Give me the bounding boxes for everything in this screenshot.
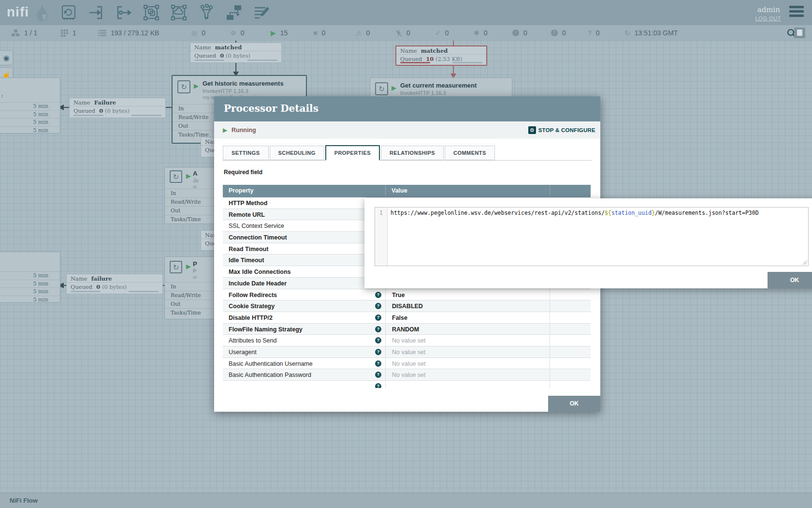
property-name-cell: Idle Timeout ? [223,254,385,266]
editor-line-number-gutter: 1 [375,208,388,266]
editor-code-line[interactable]: https://www.pegelonline.wsv.de/webservic… [388,208,808,266]
queued-status: 193 / 279.12 KB [98,25,159,41]
property-name-cell: Cookie Strategy ? [223,300,385,312]
connection-label-failure-top[interactable]: NameFailure Queued0 (0 bytes) [69,98,166,118]
property-name-cell: Disable HTTP/2 ? [223,312,385,323]
template-toolbar-icon[interactable] [225,4,243,21]
property-name: Basic Authentication Password [229,372,311,378]
refresh-icon[interactable]: ↻ [624,30,630,36]
label-toolbar-icon[interactable] [253,4,270,21]
refresh-status[interactable]: ↻ 13:51:03 GMT [624,25,678,41]
remote-process-group-toolbar-icon[interactable] [170,4,188,21]
transmitting-count: 0 [202,29,205,37]
property-help-icon[interactable]: ? [375,383,381,388]
property-row[interactable]: Attributes to Send ? No value set [223,335,591,346]
active-threads-icon [61,30,68,37]
global-menu-icon[interactable] [789,6,804,19]
property-value-cell[interactable] [385,381,550,388]
editor-code-segment: } [652,209,655,216]
funnel-toolbar-icon[interactable] [198,4,215,21]
value-editor-popup: 1 https://www.pegelonline.wsv.de/webserv… [364,198,812,288]
nifi-application: nifi [0,0,812,508]
value-editor-textarea[interactable]: 1 https://www.pegelonline.wsv.de/webserv… [375,207,809,266]
threads-status: 1 [61,25,76,41]
property-help-icon[interactable]: ? [375,360,381,367]
property-help-icon[interactable]: ? [375,326,381,332]
processor-stat-value: 5 min [0,118,60,126]
breadcrumb-root[interactable]: NiFi Flow [10,497,38,504]
property-help-icon[interactable]: ? [375,314,381,321]
dialog-tabs: SETTINGSSCHEDULINGPROPERTIESRELATIONSHIP… [223,145,592,161]
processor-offscreen-top[interactable]: r 5 min5 min5 min5 min [0,77,60,134]
queue-percent-bar [73,115,103,116]
dialog-tab[interactable]: COMMENTS [445,146,495,160]
output-port-toolbar-icon[interactable] [115,4,132,21]
property-row[interactable]: Useragent ? No value set [223,346,591,358]
property-value: No value set [392,360,425,367]
running-status-icon: ▶ [223,127,227,134]
property-row[interactable]: ? [223,381,591,388]
dialog-tab[interactable]: SCHEDULING [270,146,324,160]
property-value-cell[interactable]: No value set [385,346,550,358]
property-value-cell[interactable]: False [385,312,550,323]
property-value-cell[interactable]: No value set [385,369,550,380]
input-port-toolbar-icon[interactable] [87,4,105,21]
property-value-cell[interactable]: DISABLED [385,300,550,312]
property-row[interactable]: Basic Authentication Password ? No value… [223,369,591,381]
stop-and-configure-button[interactable]: ⚙ STOP & CONFIGURE [528,126,595,134]
dialog-tab[interactable]: SETTINGS [223,146,269,160]
property-help-icon[interactable]: ? [375,372,381,378]
processor-type-fragment: Jo [193,178,199,183]
connection-label-failure-bottom[interactable]: Namefailure Queued0 (0 bytes) [66,274,163,294]
property-row[interactable]: Disable HTTP/2 ? False [223,312,591,324]
property-name: Basic Authentication Username [229,360,313,367]
queued-list-icon [98,30,106,36]
connected-nodes-count: 1 / 1 [24,29,37,37]
stale-count: 0 [523,29,527,37]
connection-queued-count: 0 [96,284,100,290]
property-help-icon[interactable]: ? [375,303,381,309]
dialog-tab[interactable]: PROPERTIES [325,145,380,161]
processor-offscreen-bottom[interactable]: 5 min5 min5 min5 min [0,252,60,303]
processor-toolbar-icon[interactable] [60,4,77,21]
property-extra-cell [550,369,591,380]
property-value-cell[interactable]: No value set [385,358,550,369]
navigate-compass-icon: ◉ [3,54,9,62]
logout-link[interactable]: LOG OUT [755,15,781,21]
up-to-date-count: 0 [445,29,449,37]
property-name: Remote URL [229,211,265,218]
stopped-icon: ■ [313,30,317,36]
property-name-cell: Follow Redirects ? [223,289,385,300]
property-value: RANDOM [392,326,419,333]
running-status-text: Running [232,127,256,134]
property-row[interactable]: Cookie Strategy ? DISABLED [223,300,591,312]
property-name: Attributes to Send [229,337,276,344]
property-value-cell[interactable]: RANDOM [385,324,550,335]
processor-title: Get historic measurements [203,80,284,87]
connection-label-matched-left[interactable]: Namematched Queued0 (0 bytes) [190,43,282,63]
dialog-tab[interactable]: RELATIONSHIPS [381,146,444,160]
property-help-icon[interactable]: ? [375,349,381,355]
bulletin-board-button[interactable] [794,28,805,38]
property-value-cell[interactable]: No value set [385,335,550,346]
property-value-cell[interactable]: True [385,289,550,300]
property-help-icon[interactable]: ? [375,292,381,298]
property-help-icon[interactable]: ? [375,337,381,344]
invalid-count: 0 [366,29,370,37]
property-name: FlowFile Naming Strategy [229,326,303,333]
property-row[interactable]: Basic Authentication Username ? No value… [223,358,591,370]
navigate-palette-button[interactable]: ◉ [0,50,13,65]
property-extra-cell [550,335,591,346]
process-group-toolbar-icon[interactable] [143,4,160,21]
property-value: No value set [392,372,425,378]
property-extra-cell [550,381,591,388]
connection-label-matched-highlighted[interactable]: Namematched Queued10 (2.53 KB) [395,45,487,66]
property-name: Disable HTTP/2 [229,314,273,321]
invokehttp-processor-icon: ↻ [375,82,388,95]
editor-resize-handle[interactable] [802,260,807,265]
property-row[interactable]: Follow Redirects ? True [223,289,591,301]
property-row[interactable]: FlowFile Naming Strategy ? RANDOM [223,324,591,335]
editor-ok-button[interactable]: OK [768,272,812,288]
dialog-ok-button[interactable]: OK [548,396,600,412]
property-name: Include Date Header [229,280,287,287]
